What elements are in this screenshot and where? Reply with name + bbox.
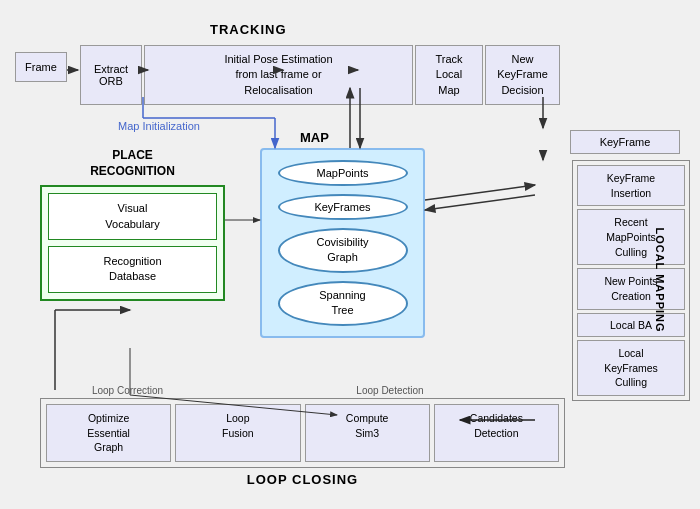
diagram: TRACKING Frame ExtractORB Initial Pose E… <box>0 0 700 509</box>
tracking-label: TRACKING <box>210 22 287 37</box>
place-rec-box: VisualVocabulary RecognitionDatabase <box>40 185 225 301</box>
keyframe-top-box: KeyFrame <box>570 130 680 154</box>
local-mapping-section: KeyFrameInsertion RecentMapPointsCulling… <box>572 160 690 401</box>
keyframe-insertion-box: KeyFrameInsertion <box>577 165 685 206</box>
map-box: MapPoints KeyFrames CovisibilityGraph Sp… <box>260 148 425 338</box>
map-label: MAP <box>300 130 329 145</box>
optimize-essential-box: OptimizeEssentialGraph <box>46 404 171 462</box>
compute-sim3-box: ComputeSim3 <box>305 404 430 462</box>
place-recognition-section: PLACERECOGNITION VisualVocabulary Recogn… <box>40 148 225 301</box>
loop-fusion-box: LoopFusion <box>175 404 300 462</box>
new-keyframe-box: New KeyFrameDecision <box>485 45 560 105</box>
new-points-box: New PointsCreation <box>577 268 685 309</box>
map-init-label: Map Initialization <box>118 120 200 132</box>
loop-closing-section: Loop Correction Loop Detection OptimizeE… <box>40 385 565 487</box>
visual-vocab-box: VisualVocabulary <box>48 193 217 240</box>
keyframes-oval: KeyFrames <box>278 194 408 220</box>
covisibility-oval: CovisibilityGraph <box>278 228 408 273</box>
spanning-tree-oval: SpanningTree <box>278 281 408 326</box>
mappoints-oval: MapPoints <box>278 160 408 186</box>
recent-mappoints-box: RecentMapPointsCulling <box>577 209 685 265</box>
loop-sublabels: Loop Correction Loop Detection <box>40 385 565 396</box>
recognition-db-box: RecognitionDatabase <box>48 246 217 293</box>
candidates-detection-box: CandidatesDetection <box>434 404 559 462</box>
tracking-boxes: ExtractORB Initial Pose Estimationfrom l… <box>80 45 560 105</box>
local-ba-box: Local BA <box>577 313 685 337</box>
loop-correction-label: Loop Correction <box>40 385 215 396</box>
place-rec-label: PLACERECOGNITION <box>40 148 225 179</box>
local-mapping-label: LOCAL MAPPING <box>653 228 665 333</box>
local-mapping-boxes: KeyFrameInsertion RecentMapPointsCulling… <box>572 160 690 401</box>
track-local-map-box: TrackLocal Map <box>415 45 483 105</box>
initial-pose-box: Initial Pose Estimationfrom last frame o… <box>144 45 413 105</box>
svg-line-17 <box>425 185 535 200</box>
loop-closing-label: LOOP CLOSING <box>40 472 565 487</box>
frame-box: Frame <box>15 52 67 82</box>
svg-line-18 <box>425 195 535 210</box>
extract-orb-box: ExtractORB <box>80 45 142 105</box>
local-keyframes-box: LocalKeyFramesCulling <box>577 340 685 396</box>
loop-boxes-container: OptimizeEssentialGraph LoopFusion Comput… <box>40 398 565 468</box>
loop-detection-label: Loop Detection <box>215 385 565 396</box>
